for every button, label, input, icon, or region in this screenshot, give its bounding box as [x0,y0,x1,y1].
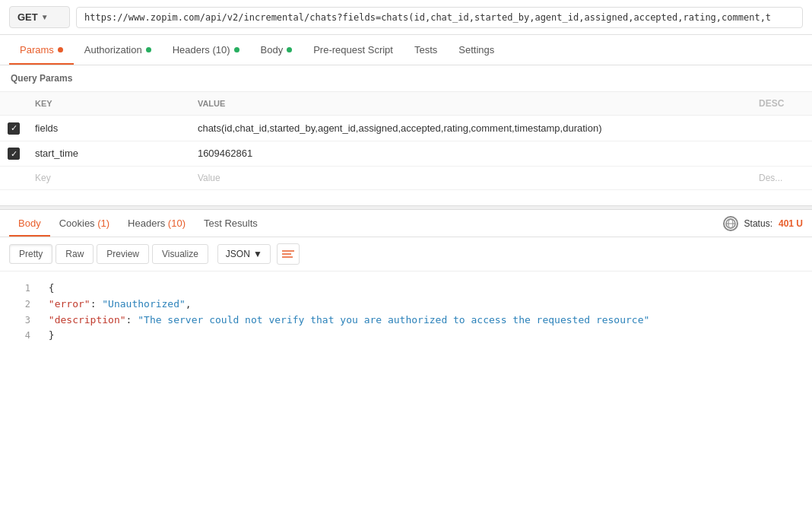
format-label: JSON [226,249,250,259]
status-value: 401 U [779,218,803,229]
tab-headers[interactable]: Headers (10) [162,35,250,65]
pretty-button[interactable]: Pretty [9,244,52,264]
tab-body[interactable]: Body [250,35,303,65]
json-val-error: "Unauthorized" [102,298,186,310]
params-dot [58,47,63,52]
status-label: Status: [744,218,772,229]
row2-checkbox[interactable]: ✓ [8,148,20,160]
json-line-3: 3 "description": "The server could not v… [12,313,800,329]
response-tab-cookies[interactable]: Cookies (1) [50,210,119,237]
method-label: GET [17,11,38,23]
line-num-4: 4 [12,329,30,343]
table-row: ✓ fields chats(id,chat_id,started_by,age… [0,116,812,141]
visualize-button[interactable]: Visualize [152,244,208,264]
format-chevron: ▼ [253,249,262,259]
empty-checkbox-cell [0,167,27,190]
viewer-toolbar: Pretty Raw Preview Visualize JSON ▼ [0,237,812,272]
json-brace-close: } [49,329,55,341]
response-status: Status: 401 U [723,216,803,231]
th-key: KEY [27,92,190,116]
tab-authorization[interactable]: Authorization [74,35,162,65]
table-header-row: KEY VALUE DESC [0,92,812,116]
tab-pre-request[interactable]: Pre-request Script [303,35,404,65]
row1-desc[interactable] [751,116,812,141]
tab-headers-label: Headers (10) [173,44,230,56]
method-chevron: ▼ [41,13,49,21]
row2-value[interactable]: 1609462861 [190,141,751,167]
json-brace-open: { [49,282,55,294]
json-line-2: 2 "error": "Unauthorized", [12,297,800,313]
response-tab-test-results[interactable]: Test Results [195,210,267,237]
empty-row: Key Value Des... [0,167,812,190]
table-row: ✓ start_time 1609462861 [0,141,812,167]
raw-button[interactable]: Raw [56,244,94,264]
empty-key[interactable]: Key [27,167,190,190]
json-colon-1: : [90,298,103,310]
query-params-section: Query Params [0,65,812,92]
response-tab-body-label: Body [18,218,41,229]
tab-tests[interactable]: Tests [404,35,448,65]
section-title-text: Query Params [11,73,72,84]
json-val-desc: "The server could not verify that you ar… [138,314,649,326]
row2-key[interactable]: start_time [27,141,190,167]
url-input[interactable] [76,7,803,28]
th-value: VALUE [190,92,751,116]
empty-desc[interactable]: Des... [751,167,812,190]
tab-pre-request-label: Pre-request Script [313,44,393,56]
preview-button[interactable]: Preview [97,244,149,264]
request-tabs-bar: Params Authorization Headers (10) Body P… [0,35,812,65]
response-tab-headers-label: Headers (10) [128,218,186,229]
json-key-error: "error" [49,298,90,310]
body-dot [287,47,292,52]
row2-checkbox-cell: ✓ [0,141,27,167]
row1-checkbox[interactable]: ✓ [8,122,20,135]
line-num-2: 2 [12,297,30,312]
tab-params[interactable]: Params [9,35,74,65]
tab-params-label: Params [20,44,54,56]
response-tab-body[interactable]: Body [9,210,50,237]
row1-value[interactable]: chats(id,chat_id,started_by,agent_id,ass… [190,116,751,141]
tab-settings[interactable]: Settings [448,35,505,65]
tab-settings-label: Settings [458,44,494,56]
th-desc: DESC [751,92,812,116]
format-select[interactable]: JSON ▼ [217,244,271,264]
json-viewer: 1 { 2 "error": "Unauthorized", 3 "descri… [0,272,812,353]
tab-body-label: Body [261,44,284,56]
response-tab-headers[interactable]: Headers (10) [119,210,195,237]
json-line-4: 4 } [12,328,800,344]
tab-authorization-label: Authorization [84,44,142,56]
th-checkbox [0,92,27,116]
response-tabs-bar: Body Cookies (1) Headers (10) Test Resul… [0,210,812,237]
json-line-1: 1 { [12,281,800,297]
json-comma-1: , [186,298,192,310]
method-select[interactable]: GET ▼ [9,6,70,28]
check-mark: ✓ [11,124,17,132]
response-tab-cookies-label: Cookies (1) [59,218,109,229]
authorization-dot [146,47,151,52]
params-table: KEY VALUE DESC ✓ fields chats(id,chat_id… [0,92,812,190]
url-bar: GET ▼ [0,0,812,35]
row2-desc[interactable] [751,141,812,167]
globe-icon [723,216,738,231]
row1-checkbox-cell: ✓ [0,116,27,141]
line-num-1: 1 [12,281,30,296]
headers-dot [234,47,239,52]
response-tab-test-results-label: Test Results [204,218,258,229]
json-colon-2: : [126,314,138,326]
check-mark: ✓ [11,150,17,158]
json-key-desc: "description" [49,314,126,326]
row1-key[interactable]: fields [27,116,190,141]
line-num-3: 3 [12,313,30,328]
empty-value[interactable]: Value [190,167,751,190]
wrap-button[interactable] [277,243,300,265]
tab-tests-label: Tests [414,44,437,56]
